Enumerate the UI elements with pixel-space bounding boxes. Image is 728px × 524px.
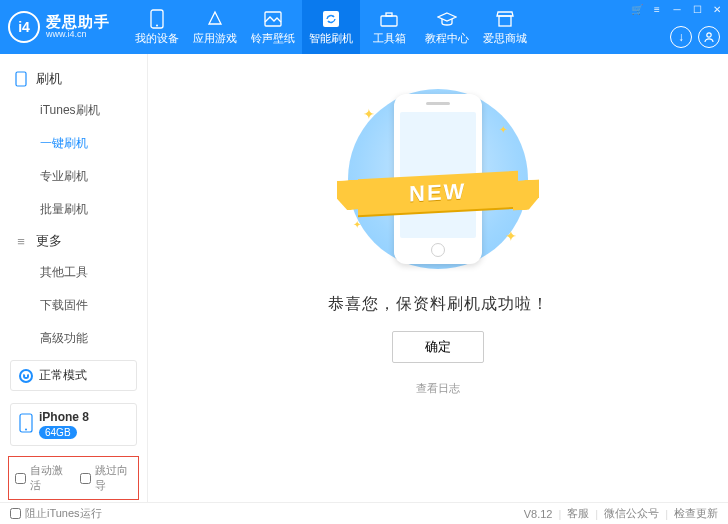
sidebar-item-other-tools[interactable]: 其他工具 — [0, 256, 147, 289]
app-url: www.i4.cn — [46, 30, 110, 40]
checkbox-block-itunes[interactable]: 阻止iTunes运行 — [10, 506, 102, 521]
checkbox-skip-setup[interactable]: 跳过向导 — [80, 463, 133, 493]
device-storage-badge: 64GB — [39, 426, 77, 439]
version-label: V8.12 — [524, 508, 553, 520]
sidebar-group-flash[interactable]: 刷机 — [0, 64, 147, 94]
window-controls: 🛒 ≡ ─ ☐ ✕ — [630, 2, 724, 16]
device-name: iPhone 8 — [39, 410, 89, 424]
sidebar-item-itunes-flash[interactable]: iTunes刷机 — [0, 94, 147, 127]
svg-point-10 — [25, 429, 27, 431]
maximize-icon[interactable]: ☐ — [690, 2, 704, 16]
success-message: 恭喜您，保资料刷机成功啦！ — [328, 294, 549, 315]
top-nav: 我的设备 应用游戏 铃声壁纸 智能刷机 工具箱 教程中心 爱思商城 — [128, 0, 534, 54]
phone-outline-icon — [14, 72, 28, 86]
nav-apps[interactable]: 应用游戏 — [186, 0, 244, 54]
image-icon — [263, 9, 283, 29]
toolbox-icon — [379, 9, 399, 29]
support-link[interactable]: 客服 — [567, 506, 589, 521]
mode-indicator[interactable]: 正常模式 — [10, 360, 137, 391]
svg-rect-6 — [499, 16, 511, 26]
nav-flash[interactable]: 智能刷机 — [302, 0, 360, 54]
app-name: 爱思助手 — [46, 14, 110, 31]
svg-rect-4 — [381, 16, 397, 26]
svg-point-1 — [156, 24, 158, 26]
phone-icon — [147, 9, 167, 29]
device-phone-icon — [19, 413, 33, 436]
sidebar-item-advanced[interactable]: 高级功能 — [0, 322, 147, 354]
sparkle-icon: ✦ — [353, 219, 361, 230]
nav-ringtone[interactable]: 铃声壁纸 — [244, 0, 302, 54]
download-icon[interactable]: ↓ — [670, 26, 692, 48]
graduation-icon — [437, 9, 457, 29]
user-icon[interactable] — [698, 26, 720, 48]
sparkle-icon: ✦ — [363, 106, 375, 122]
device-indicator[interactable]: iPhone 8 64GB — [10, 403, 137, 446]
flash-options-group: 自动激活 跳过向导 — [8, 456, 139, 500]
sidebar-item-pro-flash[interactable]: 专业刷机 — [0, 160, 147, 193]
mode-icon — [19, 369, 33, 383]
checkbox-auto-activate[interactable]: 自动激活 — [15, 463, 68, 493]
titlebar: i4 爱思助手 www.i4.cn 我的设备 应用游戏 铃声壁纸 智能刷机 工具… — [0, 0, 728, 54]
titlebar-right-actions: ↓ — [670, 26, 720, 48]
sparkle-icon: ✦ — [499, 124, 507, 135]
store-icon — [495, 9, 515, 29]
check-update-link[interactable]: 检查更新 — [674, 506, 718, 521]
app-logo: i4 爱思助手 www.i4.cn — [8, 11, 110, 43]
nav-tutorial[interactable]: 教程中心 — [418, 0, 476, 54]
success-illustration: ✦ ✦ ✦ ✦ NEW — [323, 84, 553, 274]
view-log-link[interactable]: 查看日志 — [416, 381, 460, 396]
nav-store[interactable]: 爱思商城 — [476, 0, 534, 54]
nav-my-device[interactable]: 我的设备 — [128, 0, 186, 54]
svg-rect-5 — [386, 13, 392, 16]
sidebar-item-oneclick-flash[interactable]: 一键刷机 — [0, 127, 147, 160]
sidebar-group-more[interactable]: ≡ 更多 — [0, 226, 147, 256]
logo-mark-icon: i4 — [8, 11, 40, 43]
minimize-icon[interactable]: ─ — [670, 2, 684, 16]
svg-rect-3 — [323, 11, 339, 27]
sidebar-item-batch-flash[interactable]: 批量刷机 — [0, 193, 147, 226]
sidebar-item-download-fw[interactable]: 下载固件 — [0, 289, 147, 322]
svg-point-7 — [707, 33, 711, 37]
wechat-link[interactable]: 微信公众号 — [604, 506, 659, 521]
refresh-icon — [321, 9, 341, 29]
new-ribbon: NEW — [343, 170, 533, 216]
nav-toolbox[interactable]: 工具箱 — [360, 0, 418, 54]
svg-rect-8 — [16, 72, 26, 86]
menu-icon[interactable]: ≡ — [650, 2, 664, 16]
ok-button[interactable]: 确定 — [392, 331, 484, 363]
main-content: ✦ ✦ ✦ ✦ NEW 恭喜您，保资料刷机成功啦！ 确定 查看日志 — [148, 54, 728, 502]
sidebar: 刷机 iTunes刷机 一键刷机 专业刷机 批量刷机 ≡ 更多 其他工具 下载固… — [0, 54, 148, 502]
status-bar: 阻止iTunes运行 V8.12 | 客服 | 微信公众号 | 检查更新 — [0, 502, 728, 524]
sparkle-icon: ✦ — [505, 228, 517, 244]
close-icon[interactable]: ✕ — [710, 2, 724, 16]
cart-icon[interactable]: 🛒 — [630, 2, 644, 16]
apps-icon — [205, 9, 225, 29]
more-icon: ≡ — [14, 234, 28, 248]
